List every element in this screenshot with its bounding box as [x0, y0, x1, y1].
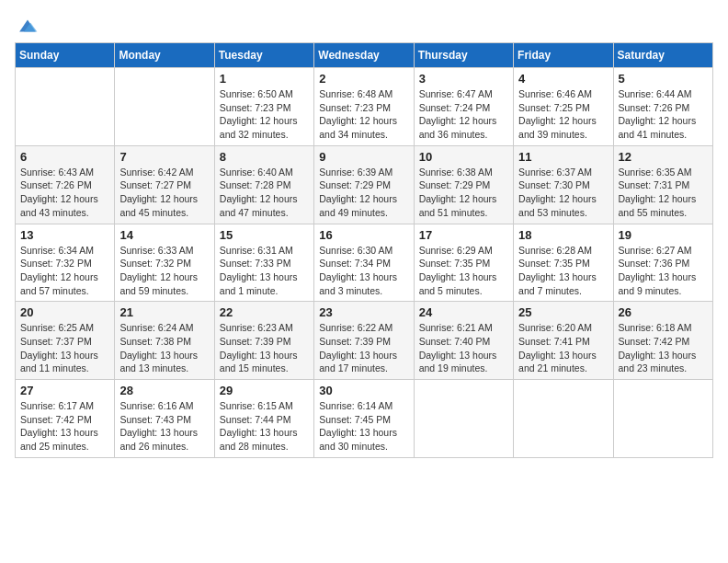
calendar-cell: 26Sunrise: 6:18 AM Sunset: 7:42 PM Dayli…	[613, 302, 712, 380]
cell-day-number: 17	[419, 228, 508, 242]
page-header	[15, 15, 713, 31]
cell-info-text: Sunrise: 6:24 AM Sunset: 7:38 PM Dayligh…	[119, 321, 209, 375]
cell-day-number: 18	[518, 228, 608, 242]
calendar-cell: 22Sunrise: 6:23 AM Sunset: 7:39 PM Dayli…	[214, 302, 313, 380]
cell-day-number: 15	[220, 228, 309, 242]
column-header-thursday: Thursday	[414, 43, 513, 68]
calendar-cell: 4Sunrise: 6:46 AM Sunset: 7:25 PM Daylig…	[514, 68, 613, 146]
calendar-cell: 19Sunrise: 6:27 AM Sunset: 7:36 PM Dayli…	[613, 224, 712, 302]
calendar-week-row: 13Sunrise: 6:34 AM Sunset: 7:32 PM Dayli…	[16, 224, 713, 302]
calendar-cell: 20Sunrise: 6:25 AM Sunset: 7:37 PM Dayli…	[16, 302, 115, 380]
cell-day-number: 14	[119, 228, 209, 242]
cell-info-text: Sunrise: 6:48 AM Sunset: 7:23 PM Dayligh…	[319, 87, 408, 142]
calendar-cell: 13Sunrise: 6:34 AM Sunset: 7:32 PM Dayli…	[16, 224, 115, 302]
calendar-cell: 15Sunrise: 6:31 AM Sunset: 7:33 PM Dayli…	[214, 224, 313, 302]
calendar-cell: 3Sunrise: 6:47 AM Sunset: 7:24 PM Daylig…	[414, 68, 513, 146]
cell-info-text: Sunrise: 6:43 AM Sunset: 7:26 PM Dayligh…	[20, 166, 109, 220]
column-header-monday: Monday	[115, 43, 214, 68]
cell-info-text: Sunrise: 6:46 AM Sunset: 7:25 PM Dayligh…	[518, 87, 608, 142]
cell-info-text: Sunrise: 6:40 AM Sunset: 7:28 PM Dayligh…	[220, 166, 309, 220]
cell-info-text: Sunrise: 6:20 AM Sunset: 7:41 PM Dayligh…	[518, 321, 608, 375]
cell-info-text: Sunrise: 6:22 AM Sunset: 7:39 PM Dayligh…	[319, 321, 408, 375]
calendar-cell: 18Sunrise: 6:28 AM Sunset: 7:35 PM Dayli…	[514, 224, 613, 302]
cell-day-number: 11	[518, 150, 608, 164]
cell-day-number: 4	[518, 72, 608, 86]
calendar-cell: 2Sunrise: 6:48 AM Sunset: 7:23 PM Daylig…	[314, 68, 414, 146]
calendar-cell: 25Sunrise: 6:20 AM Sunset: 7:41 PM Dayli…	[514, 302, 613, 380]
logo-icon	[17, 15, 39, 37]
cell-info-text: Sunrise: 6:27 AM Sunset: 7:36 PM Dayligh…	[619, 244, 708, 298]
calendar-cell: 10Sunrise: 6:38 AM Sunset: 7:29 PM Dayli…	[414, 145, 513, 224]
calendar-week-row: 1Sunrise: 6:50 AM Sunset: 7:23 PM Daylig…	[16, 68, 713, 146]
cell-day-number: 25	[518, 305, 608, 319]
cell-info-text: Sunrise: 6:34 AM Sunset: 7:32 PM Dayligh…	[20, 244, 109, 298]
cell-info-text: Sunrise: 6:25 AM Sunset: 7:37 PM Dayligh…	[20, 321, 109, 375]
cell-info-text: Sunrise: 6:29 AM Sunset: 7:35 PM Dayligh…	[419, 244, 508, 298]
calendar-cell: 16Sunrise: 6:30 AM Sunset: 7:34 PM Dayli…	[314, 224, 414, 302]
cell-info-text: Sunrise: 6:18 AM Sunset: 7:42 PM Dayligh…	[619, 321, 708, 375]
calendar-cell: 6Sunrise: 6:43 AM Sunset: 7:26 PM Daylig…	[16, 145, 115, 224]
calendar-week-row: 20Sunrise: 6:25 AM Sunset: 7:37 PM Dayli…	[16, 302, 713, 380]
calendar-cell	[514, 380, 613, 458]
cell-info-text: Sunrise: 6:33 AM Sunset: 7:32 PM Dayligh…	[119, 244, 209, 298]
calendar-cell: 27Sunrise: 6:17 AM Sunset: 7:42 PM Dayli…	[16, 380, 115, 458]
calendar-header-row: SundayMondayTuesdayWednesdayThursdayFrid…	[16, 43, 713, 68]
calendar-cell	[414, 380, 513, 458]
calendar-cell	[16, 68, 115, 146]
calendar-cell: 21Sunrise: 6:24 AM Sunset: 7:38 PM Dayli…	[115, 302, 214, 380]
cell-info-text: Sunrise: 6:16 AM Sunset: 7:43 PM Dayligh…	[119, 399, 209, 454]
cell-info-text: Sunrise: 6:21 AM Sunset: 7:40 PM Dayligh…	[419, 321, 508, 375]
cell-day-number: 30	[319, 384, 408, 397]
cell-day-number: 20	[20, 305, 109, 319]
calendar-cell: 8Sunrise: 6:40 AM Sunset: 7:28 PM Daylig…	[214, 145, 313, 224]
cell-info-text: Sunrise: 6:39 AM Sunset: 7:29 PM Dayligh…	[319, 166, 408, 220]
calendar-body: 1Sunrise: 6:50 AM Sunset: 7:23 PM Daylig…	[16, 68, 713, 458]
cell-day-number: 28	[119, 384, 209, 397]
column-header-wednesday: Wednesday	[314, 43, 414, 68]
calendar-cell: 12Sunrise: 6:35 AM Sunset: 7:31 PM Dayli…	[613, 145, 712, 224]
cell-info-text: Sunrise: 6:15 AM Sunset: 7:44 PM Dayligh…	[220, 399, 309, 454]
cell-day-number: 13	[20, 228, 109, 242]
calendar-cell: 24Sunrise: 6:21 AM Sunset: 7:40 PM Dayli…	[414, 302, 513, 380]
calendar-cell: 29Sunrise: 6:15 AM Sunset: 7:44 PM Dayli…	[214, 380, 313, 458]
cell-day-number: 7	[119, 150, 209, 164]
calendar-cell: 30Sunrise: 6:14 AM Sunset: 7:45 PM Dayli…	[314, 380, 414, 458]
cell-day-number: 24	[419, 305, 508, 319]
cell-info-text: Sunrise: 6:50 AM Sunset: 7:23 PM Dayligh…	[220, 87, 309, 142]
cell-day-number: 10	[419, 150, 508, 164]
cell-day-number: 29	[220, 384, 309, 397]
calendar-cell: 14Sunrise: 6:33 AM Sunset: 7:32 PM Dayli…	[115, 224, 214, 302]
cell-info-text: Sunrise: 6:37 AM Sunset: 7:30 PM Dayligh…	[518, 166, 608, 220]
cell-info-text: Sunrise: 6:30 AM Sunset: 7:34 PM Dayligh…	[319, 244, 408, 298]
cell-day-number: 27	[20, 384, 109, 397]
cell-day-number: 19	[619, 228, 708, 242]
calendar-cell	[115, 68, 214, 146]
column-header-friday: Friday	[514, 43, 613, 68]
cell-day-number: 5	[619, 72, 708, 86]
cell-info-text: Sunrise: 6:28 AM Sunset: 7:35 PM Dayligh…	[518, 244, 608, 298]
cell-day-number: 6	[20, 150, 109, 164]
calendar-cell: 7Sunrise: 6:42 AM Sunset: 7:27 PM Daylig…	[115, 145, 214, 224]
calendar-table: SundayMondayTuesdayWednesdayThursdayFrid…	[15, 42, 713, 458]
calendar-cell: 28Sunrise: 6:16 AM Sunset: 7:43 PM Dayli…	[115, 380, 214, 458]
cell-day-number: 3	[419, 72, 508, 86]
cell-info-text: Sunrise: 6:44 AM Sunset: 7:26 PM Dayligh…	[619, 87, 708, 142]
calendar-week-row: 27Sunrise: 6:17 AM Sunset: 7:42 PM Dayli…	[16, 380, 713, 458]
cell-day-number: 21	[119, 305, 209, 319]
cell-day-number: 1	[220, 72, 309, 86]
calendar-week-row: 6Sunrise: 6:43 AM Sunset: 7:26 PM Daylig…	[16, 145, 713, 224]
cell-info-text: Sunrise: 6:35 AM Sunset: 7:31 PM Dayligh…	[619, 166, 708, 220]
cell-info-text: Sunrise: 6:47 AM Sunset: 7:24 PM Dayligh…	[419, 87, 508, 142]
calendar-cell	[613, 380, 712, 458]
cell-info-text: Sunrise: 6:42 AM Sunset: 7:27 PM Dayligh…	[119, 166, 209, 220]
column-header-tuesday: Tuesday	[214, 43, 313, 68]
calendar-cell: 11Sunrise: 6:37 AM Sunset: 7:30 PM Dayli…	[514, 145, 613, 224]
column-header-saturday: Saturday	[613, 43, 712, 68]
cell-info-text: Sunrise: 6:23 AM Sunset: 7:39 PM Dayligh…	[220, 321, 309, 375]
cell-day-number: 22	[220, 305, 309, 319]
cell-day-number: 8	[220, 150, 309, 164]
cell-info-text: Sunrise: 6:38 AM Sunset: 7:29 PM Dayligh…	[419, 166, 508, 220]
cell-day-number: 16	[319, 228, 408, 242]
cell-info-text: Sunrise: 6:14 AM Sunset: 7:45 PM Dayligh…	[319, 399, 408, 454]
cell-info-text: Sunrise: 6:31 AM Sunset: 7:33 PM Dayligh…	[220, 244, 309, 298]
